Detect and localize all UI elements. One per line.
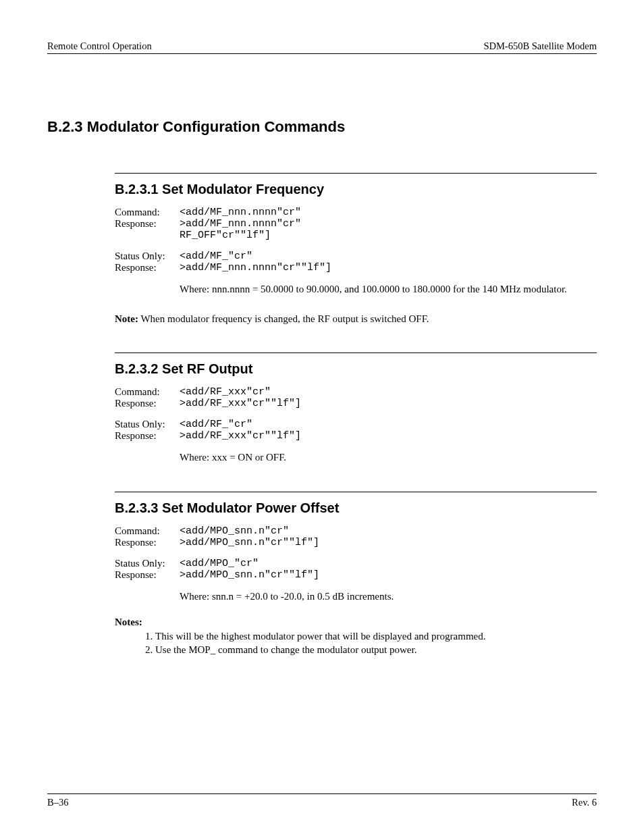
note-label: Note: [115,313,138,324]
where-text: Where: snn.n = +20.0 to -20.0, in 0.5 dB… [180,590,597,604]
row-code: >add/RF_xxx"cr""lf"] [180,398,301,409]
row-label: Response: [115,537,180,548]
header-left: Remote Control Operation [47,41,152,52]
row-label [115,230,180,241]
row-code: <add/MF_"cr" [180,251,331,262]
table-row: Response: >add/RF_xxx"cr""lf"] [115,430,301,442]
subsection-set-modulator-frequency: B.2.3.1 Set Modulator Frequency Command:… [115,173,597,325]
row-code: RF_OFF"cr""lf"] [180,230,331,241]
table-row: Status Only: <add/MF_"cr" [115,251,331,262]
page-footer: B–36 Rev. 6 [47,793,597,808]
subsection-set-rf-output: B.2.3.2 Set RF Output Command: <add/RF_x… [115,353,597,465]
notes-block: Notes: This will be the highest modulato… [115,617,597,657]
header-right: SDM-650B Satellite Modem [483,41,597,52]
command-table: Command: <add/MPO_snn.n"cr" Response: >a… [115,525,319,581]
command-table: Command: <add/RF_xxx"cr" Response: >add/… [115,386,301,442]
row-label: Response: [115,569,180,581]
table-row: Response: >add/MPO_snn.n"cr""lf"] [115,537,319,548]
notes-list: This will be the highest modulator power… [155,629,597,657]
row-code: >add/MF_nnn.nnnn"cr" [180,218,331,230]
table-row: Response: >add/MF_nnn.nnnn"cr""lf"] [115,262,331,273]
list-item: Use the MOP_ command to change the modul… [155,643,597,656]
command-table: Command: <add/MF_nnn.nnnn"cr" Response: … [115,207,331,273]
row-code: >add/MPO_snn.n"cr""lf"] [180,569,319,581]
row-code: >add/MPO_snn.n"cr""lf"] [180,537,319,548]
table-spacer [115,409,301,419]
row-label: Response: [115,398,180,409]
table-row: Response: >add/RF_xxx"cr""lf"] [115,398,301,409]
table-row: Status Only: <add/MPO_"cr" [115,558,319,569]
subsection-heading: B.2.3.1 Set Modulator Frequency [115,173,597,197]
row-label: Status Only: [115,251,180,262]
row-label: Command: [115,525,180,537]
where-text: Where: nnn.nnnn = 50.0000 to 90.0000, an… [180,283,597,296]
row-label: Status Only: [115,558,180,569]
note: Note: When modulator frequency is change… [115,313,597,326]
table-row: Status Only: <add/RF_"cr" [115,419,301,430]
table-row: Response: >add/MF_nnn.nnnn"cr" [115,218,331,230]
row-code: <add/RF_xxx"cr" [180,386,301,398]
row-label: Status Only: [115,419,180,430]
section-title: B.2.3 Modulator Configuration Commands [47,118,597,136]
row-code: >add/RF_xxx"cr""lf"] [180,430,301,442]
revision: Rev. 6 [572,797,597,808]
table-row: Command: <add/MPO_snn.n"cr" [115,525,319,537]
table-row: Response: >add/MPO_snn.n"cr""lf"] [115,569,319,581]
page-number: B–36 [47,797,68,808]
row-label: Response: [115,430,180,442]
table-spacer [115,241,331,251]
row-label: Command: [115,386,180,398]
row-label: Response: [115,262,180,273]
table-spacer [115,548,319,558]
table-row: Command: <add/RF_xxx"cr" [115,386,301,398]
row-label: Command: [115,207,180,218]
table-row: RF_OFF"cr""lf"] [115,230,331,241]
row-label: Response: [115,218,180,230]
subsection-heading: B.2.3.2 Set RF Output [115,353,597,377]
row-code: <add/MPO_snn.n"cr" [180,525,319,537]
subsection-heading: B.2.3.3 Set Modulator Power Offset [115,492,597,516]
notes-label: Notes: [115,617,142,627]
table-row: Command: <add/MF_nnn.nnnn"cr" [115,207,331,218]
row-code: >add/MF_nnn.nnnn"cr""lf"] [180,262,331,273]
row-code: <add/MPO_"cr" [180,558,319,569]
note-text: When modulator frequency is changed, the… [138,313,429,324]
row-code: <add/MF_nnn.nnnn"cr" [180,207,331,218]
page-header: Remote Control Operation SDM-650B Satell… [47,41,597,54]
page: Remote Control Operation SDM-650B Satell… [0,0,644,834]
row-code: <add/RF_"cr" [180,419,301,430]
list-item: This will be the highest modulator power… [155,629,597,643]
where-text: Where: xxx = ON or OFF. [180,451,597,465]
subsection-set-modulator-power-offset: B.2.3.3 Set Modulator Power Offset Comma… [115,492,597,657]
